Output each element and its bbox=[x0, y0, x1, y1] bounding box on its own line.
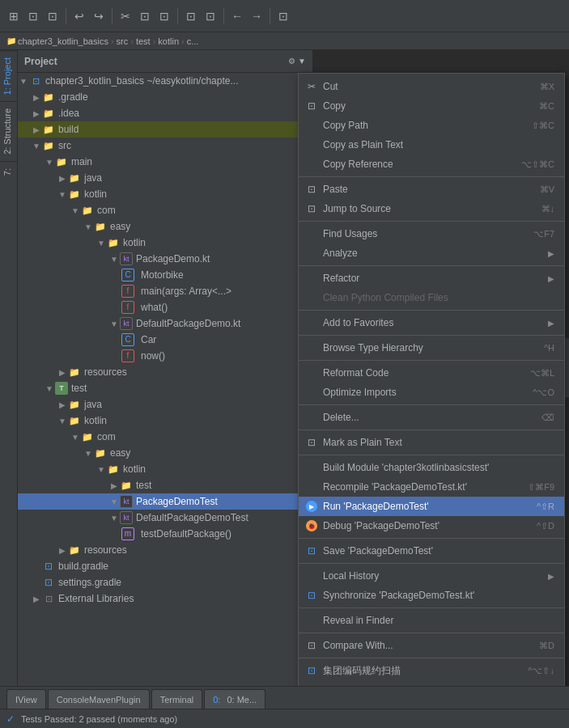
menu-item-debug[interactable]: 🐞Debug 'PackageDemoTest'^⇧D bbox=[299, 516, 564, 535]
tree-item-build-gradle[interactable]: ▶ ⊡ build.gradle bbox=[18, 558, 312, 574]
tree-label-java-test: java bbox=[84, 399, 309, 410]
tree-item-motorbike[interactable]: C Motorbike bbox=[18, 267, 312, 283]
bottom-tab-iview[interactable]: IView bbox=[6, 689, 46, 709]
menu-item-run[interactable]: ▶Run 'PackageDemoTest'^⇧R bbox=[299, 497, 564, 516]
tree-item-what[interactable]: f what() bbox=[18, 299, 312, 315]
tree-item-gradle-hidden[interactable]: ▶ 📁 .gradle bbox=[18, 89, 312, 105]
menu-item-synchronize[interactable]: ⊡Synchronize 'PackageDemoTest.kt' bbox=[299, 586, 564, 605]
toolbar-icon-undo[interactable]: ↩ bbox=[70, 7, 88, 25]
tree-item-easy-main[interactable]: ▼ 📁 easy bbox=[18, 218, 312, 235]
tree-item-settings-gradle[interactable]: ▶ ⊡ settings.gradle bbox=[18, 574, 312, 590]
toolbar-icon-1[interactable]: ⊞ bbox=[5, 7, 23, 25]
tree-item-easy-test[interactable]: ▼ 📁 easy bbox=[18, 445, 312, 461]
bottom-tab-me[interactable]: 0:0: Me... bbox=[204, 689, 265, 709]
tree-item-main[interactable]: ▼ 📁 main bbox=[18, 154, 312, 170]
menu-item-reformat[interactable]: Reformat Code⌥⌘L bbox=[299, 363, 564, 383]
menu-item-optimize-imports[interactable]: Optimize Imports^⌥O bbox=[299, 383, 564, 402]
toolbar-icon-3[interactable]: ⊡ bbox=[44, 7, 62, 25]
menu-item-browse-hierarchy[interactable]: Browse Type Hierarchy^H bbox=[299, 338, 564, 358]
tree-label-motorbike: Motorbike bbox=[141, 269, 309, 281]
tree-item-external-libs[interactable]: ▶ ⊡ External Libraries bbox=[18, 590, 312, 607]
tree-item-now[interactable]: f now() bbox=[18, 348, 312, 364]
menu-icon-synchronize: ⊡ bbox=[305, 589, 318, 602]
menu-label-mark-plain: Mark as Plain Text bbox=[323, 437, 554, 448]
tree-item-com-test[interactable]: ▼ 📁 com bbox=[18, 429, 312, 445]
panel-settings-icon[interactable]: ⚙ ▼ bbox=[288, 57, 306, 66]
toolbar-icon-build[interactable]: ⊡ bbox=[274, 7, 292, 25]
menu-item-copy[interactable]: ⊡Copy⌘C bbox=[299, 96, 564, 116]
menu-item-jump-to-source[interactable]: ⊡Jump to Source⌘↓ bbox=[299, 199, 564, 218]
menu-item-delete[interactable]: Delete...⌫ bbox=[299, 408, 564, 427]
breadcrumb-item-5[interactable]: c... bbox=[187, 36, 199, 46]
menu-label-copy-plain-text: Copy as Plain Text bbox=[323, 139, 554, 150]
menu-icon-create-gist: ⊡ bbox=[305, 684, 318, 686]
tree-item-root[interactable]: ▼ ⊡ chapter3_kotlin_basics ~/easykotlin/… bbox=[18, 73, 312, 89]
menu-item-reveal-finder[interactable]: Reveal in Finder bbox=[299, 611, 564, 630]
menu-icon-analyze bbox=[305, 247, 318, 260]
menu-separator bbox=[299, 404, 564, 405]
toolbar-icon-find[interactable]: ⊡ bbox=[202, 7, 219, 25]
side-tab-structure[interactable]: 2: Structure bbox=[0, 101, 17, 161]
tree-item-test-sub[interactable]: ▶ 📁 test bbox=[18, 477, 312, 493]
tree-icon-java: 📁 bbox=[68, 171, 81, 184]
tree-item-kotlin-easy[interactable]: ▼ 📁 kotlin bbox=[18, 235, 312, 251]
tree-item-kotlin-test[interactable]: ▼ 📁 kotlin bbox=[18, 413, 312, 429]
menu-item-scan-code[interactable]: ⊡集团编码规约扫描^⌥⇧↓ bbox=[299, 661, 564, 680]
breadcrumb-item-1[interactable]: 📁 chapter3_kotlin_basics bbox=[6, 36, 108, 46]
tree-item-resources-test[interactable]: ▶ 📁 resources bbox=[18, 542, 312, 558]
tree-item-src[interactable]: ▼ 📁 src bbox=[18, 138, 312, 154]
menu-item-refactor[interactable]: Refactor▶ bbox=[299, 269, 564, 288]
tree-item-packagedemotest[interactable]: ▼ kt PackageDemoTest bbox=[18, 493, 312, 510]
menu-label-add-favorites: Add to Favorites bbox=[323, 317, 543, 328]
tree-item-idea[interactable]: ▶ 📁 .idea bbox=[18, 105, 312, 121]
toolbar-icon-cut[interactable]: ✂ bbox=[117, 7, 134, 25]
tree-item-resources-main[interactable]: ▶ 📁 resources bbox=[18, 364, 312, 380]
toolbar-icon-copy[interactable]: ⊡ bbox=[136, 7, 154, 25]
tree-item-com-main[interactable]: ▼ 📁 com bbox=[18, 202, 312, 218]
menu-item-recompile[interactable]: Recompile 'PackageDemoTest.kt'⇧⌘F9 bbox=[299, 477, 564, 497]
bottom-tab-terminal[interactable]: Terminal bbox=[151, 689, 203, 709]
tree-item-build[interactable]: ▶ 📁 build bbox=[18, 121, 312, 138]
tree-item-test[interactable]: ▼ T test bbox=[18, 380, 312, 396]
menu-item-cut[interactable]: ✂Cut⌘X bbox=[299, 77, 564, 96]
menu-item-paste[interactable]: ⊡Paste⌘V bbox=[299, 180, 564, 199]
breadcrumb-item-2[interactable]: src bbox=[117, 36, 129, 46]
menu-item-add-favorites[interactable]: Add to Favorites▶ bbox=[299, 313, 564, 332]
menu-item-build-module[interactable]: Build Module 'chapter3kotlinbasicstest' bbox=[299, 458, 564, 477]
menu-item-copy-plain-text[interactable]: Copy as Plain Text bbox=[299, 135, 564, 154]
tree-item-kotlin-main[interactable]: ▼ 📁 kotlin bbox=[18, 186, 312, 202]
menu-item-mark-plain[interactable]: ⊡Mark as Plain Text bbox=[299, 433, 564, 452]
tree-item-testdefaultpackage[interactable]: m testDefaultPackage() bbox=[18, 526, 312, 542]
tree-item-java-test[interactable]: ▶ 📁 java bbox=[18, 396, 312, 413]
tree-item-car[interactable]: C Car bbox=[18, 332, 312, 348]
tree-item-kotlin-test-easy[interactable]: ▼ 📁 kotlin bbox=[18, 461, 312, 477]
tree-item-defaultpackagedemo[interactable]: ▼ kt DefaultPackageDemo.kt bbox=[18, 315, 312, 332]
tree-label-idea: .idea bbox=[58, 108, 309, 119]
menu-item-compare-with[interactable]: ⊡Compare With...⌘D bbox=[299, 636, 564, 655]
toolbar-icon-nav-back[interactable]: ← bbox=[228, 7, 246, 25]
toolbar-icon-paste[interactable]: ⊡ bbox=[155, 7, 173, 25]
tree-item-packagedemo[interactable]: ▼ kt PackageDemo.kt bbox=[18, 251, 312, 267]
tree-label-gradle-hidden: .gradle bbox=[58, 91, 309, 103]
side-tab-project[interactable]: 1: Project bbox=[0, 50, 17, 101]
toolbar-icon-nav-fwd[interactable]: → bbox=[248, 7, 265, 25]
menu-item-analyze[interactable]: Analyze▶ bbox=[299, 243, 564, 263]
toolbar-icon-redo[interactable]: ↪ bbox=[90, 7, 108, 25]
menu-item-copy-reference[interactable]: Copy Reference⌥⇧⌘C bbox=[299, 154, 564, 174]
breadcrumb-item-4[interactable]: kotlin bbox=[158, 36, 179, 46]
toolbar-icon-search[interactable]: ⊡ bbox=[182, 7, 200, 25]
menu-item-find-usages[interactable]: Find Usages⌥F7 bbox=[299, 224, 564, 243]
menu-item-create-gist[interactable]: ⊡Create Gist... bbox=[299, 680, 564, 686]
menu-item-save[interactable]: ⊡Save 'PackageDemoTest' bbox=[299, 541, 564, 561]
tree-view[interactable]: ▼ ⊡ chapter3_kotlin_basics ~/easykotlin/… bbox=[18, 73, 312, 686]
tree-item-java[interactable]: ▶ 📁 java bbox=[18, 170, 312, 186]
tree-item-defaultpackagedemotest[interactable]: ▼ kt DefaultPackageDemoTest bbox=[18, 510, 312, 526]
menu-item-local-history[interactable]: Local History▶ bbox=[299, 566, 564, 586]
tree-item-main-func[interactable]: f main(args: Array<...> bbox=[18, 283, 312, 299]
breadcrumb-item-3[interactable]: test bbox=[136, 36, 151, 46]
bottom-tab-consolemaven[interactable]: ConsoleMavenPlugin bbox=[48, 689, 150, 709]
menu-item-copy-path[interactable]: Copy Path⇧⌘C bbox=[299, 116, 564, 135]
toolbar-icon-2[interactable]: ⊡ bbox=[24, 7, 42, 25]
toolbar-sep-1 bbox=[66, 8, 66, 24]
side-tab-structure2[interactable]: 7: bbox=[0, 161, 17, 182]
